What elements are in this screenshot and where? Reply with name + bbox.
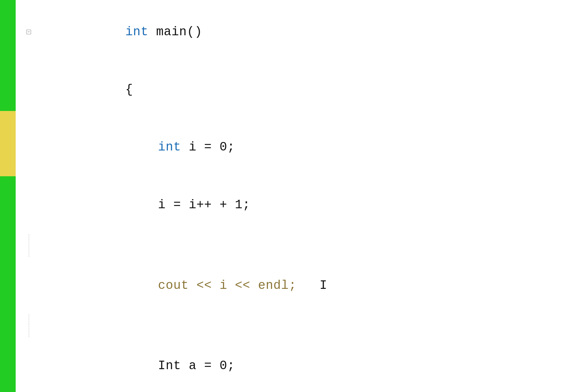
keyword-int: int (125, 25, 156, 39)
code-line-1: int main() (48, 3, 202, 61)
line-row-5 (22, 234, 567, 257)
editor-container: − int main() { (0, 0, 567, 392)
code-area[interactable]: − int main() { (16, 0, 567, 392)
code-line-2: { (48, 61, 133, 119)
gutter-green-top (0, 0, 16, 111)
line-row-2: { (22, 61, 567, 119)
line-row-3: int i = 0; (22, 118, 567, 176)
fold-col-7 (22, 314, 35, 337)
func-main: main() (156, 25, 202, 39)
gutter-bar (0, 0, 16, 392)
line-row-8: Int a = 0; (22, 337, 567, 392)
lines-wrapper: − int main() { (22, 0, 567, 392)
fold-col-1: − (22, 23, 35, 42)
fold-minus-icon[interactable]: − (26, 30, 31, 34)
code-line-6: cout << i << endl; I (81, 257, 327, 315)
gutter-green-bottom (0, 176, 16, 392)
fold-icon-wrapper[interactable]: − (26, 23, 31, 42)
line-row: − int main() (22, 3, 567, 61)
code-line-8: Int a = 0; (81, 337, 235, 392)
line-row-6: cout << i << endl; I (22, 257, 567, 315)
dashed-line-5 (29, 234, 29, 257)
dashed-line-7 (29, 314, 29, 337)
line-row-4: i = i++ + 1; (22, 176, 567, 234)
fold-col-5 (22, 234, 35, 257)
code-line-3: int i = 0; (81, 118, 235, 176)
line-row-7 (22, 314, 567, 337)
gutter-yellow (0, 111, 16, 176)
code-line-4: i = i++ + 1; (81, 176, 250, 234)
